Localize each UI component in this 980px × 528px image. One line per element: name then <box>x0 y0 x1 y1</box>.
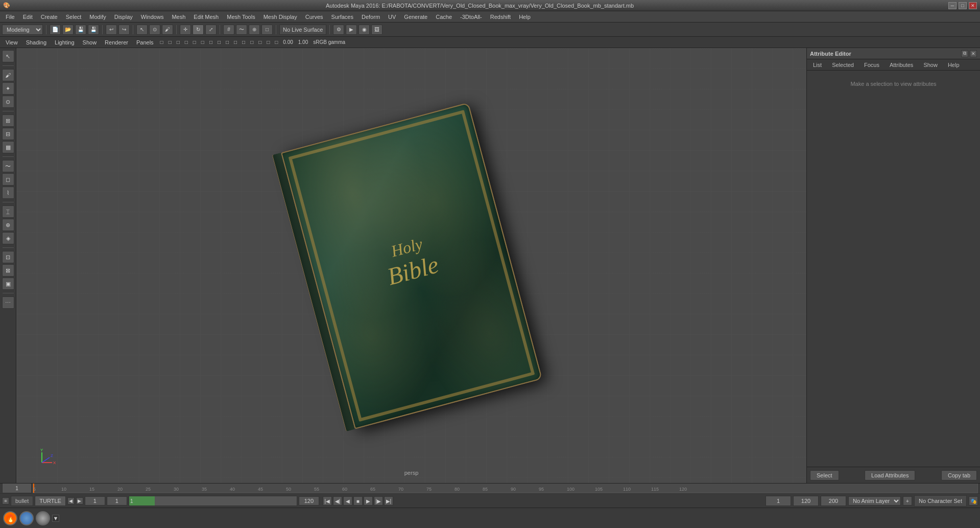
stop-btn[interactable]: ■ <box>353 496 363 506</box>
attr-tab-selected[interactable]: Selected <box>828 61 858 69</box>
menu-item-mesh[interactable]: Mesh <box>168 13 189 21</box>
vp-icon-3[interactable]: □ <box>183 39 190 45</box>
menu-item-surfaces[interactable]: Surfaces <box>328 13 357 21</box>
menu-item-file[interactable]: File <box>2 13 18 21</box>
menu-item-uv[interactable]: UV <box>385 13 399 21</box>
rivet-btn[interactable]: ⊙ <box>2 96 14 108</box>
vp-icon-2[interactable]: □ <box>175 39 182 45</box>
menu-item-generate[interactable]: Generate <box>400 13 431 21</box>
menu-item-select[interactable]: Select <box>62 13 85 21</box>
sculpt-btn[interactable]: ✦ <box>2 82 14 95</box>
mini-timeline[interactable]: 1 <box>129 496 297 506</box>
menu-item--3dtoall-[interactable]: -3DtoAll- <box>457 13 486 21</box>
surfaces-btn[interactable]: ◻ <box>2 173 14 186</box>
play-forward-btn[interactable]: ▶ <box>364 496 373 506</box>
scene-render-btn[interactable] <box>19 511 34 525</box>
undo-button[interactable]: ↩ <box>106 25 117 35</box>
vp-icon-11[interactable]: □ <box>248 39 255 45</box>
viewport-menu-shading[interactable]: Shading <box>22 38 50 47</box>
paint-effects-btn[interactable]: 🖌 <box>2 69 14 81</box>
attribute-editor-controls[interactable]: ⧉ ✕ <box>961 50 977 57</box>
viewport-menu-show[interactable]: Show <box>79 38 101 47</box>
constraint-btn[interactable]: ⌶ <box>2 205 14 218</box>
vp-icon-10[interactable]: □ <box>240 39 247 45</box>
select-button[interactable]: Select <box>810 470 839 480</box>
layout-btn-3[interactable]: ▦ <box>2 141 14 153</box>
menu-item-mesh-display[interactable]: Mesh Display <box>260 13 301 21</box>
menu-item-curves[interactable]: Curves <box>302 13 327 21</box>
tabs-nav-prev[interactable]: ◀ <box>67 497 75 504</box>
vp-icon-16[interactable]: 1.00 <box>296 39 310 45</box>
timeline-track[interactable]: 5 10 15 20 25 30 35 40 45 50 55 60 65 70… <box>33 483 978 493</box>
vp-icon-0[interactable]: □ <box>158 39 165 45</box>
attr-tab-focus[interactable]: Focus <box>860 61 883 69</box>
vp-icon-1[interactable]: □ <box>166 39 174 45</box>
redo-button[interactable]: ↪ <box>118 25 130 35</box>
skin-btn[interactable]: ◈ <box>2 232 14 244</box>
menu-item-cache[interactable]: Cache <box>432 13 456 21</box>
go-to-start-btn[interactable]: |◀ <box>323 496 332 506</box>
vp-icon-9[interactable]: □ <box>232 39 239 45</box>
range-start-input[interactable] <box>85 496 105 506</box>
anim-total-input[interactable] <box>821 496 846 506</box>
render-options-btn[interactable]: ▼ <box>52 515 59 522</box>
vp-icon-4[interactable]: □ <box>191 39 198 45</box>
vp-icon-14[interactable]: □ <box>273 39 280 45</box>
menu-item-display[interactable]: Display <box>111 13 136 21</box>
anim-layer-select[interactable]: No Anim Layer <box>848 496 901 506</box>
vp-icon-13[interactable]: □ <box>265 39 272 45</box>
menu-item-edit[interactable]: Edit <box>19 13 36 21</box>
viewport-menu-lighting[interactable]: Lighting <box>51 38 78 47</box>
menu-item-windows[interactable]: Windows <box>137 13 168 21</box>
layout-btn-1[interactable]: ⊞ <box>2 114 14 127</box>
menu-item-deform[interactable]: Deform <box>358 13 384 21</box>
snap-grid[interactable]: # <box>223 25 234 35</box>
anim-end-input[interactable] <box>793 496 819 506</box>
menu-item-create[interactable]: Create <box>37 13 61 21</box>
close-button[interactable]: ✕ <box>969 2 977 9</box>
current-frame-input[interactable] <box>766 496 791 506</box>
tabs-nav-next[interactable]: ▶ <box>76 497 83 504</box>
vp-icon-12[interactable]: □ <box>256 39 264 45</box>
new-scene-button[interactable]: 📄 <box>50 25 61 35</box>
maximize-button[interactable]: □ <box>959 2 967 9</box>
lasso-tool[interactable]: ⊙ <box>149 25 160 35</box>
layout-btn-2[interactable]: ⊟ <box>2 128 14 140</box>
deform-btn[interactable]: ⌇ <box>2 187 14 199</box>
skeleton-btn[interactable]: ⊕ <box>2 219 14 231</box>
menu-item-help[interactable]: Help <box>515 13 534 21</box>
menu-item-mesh-tools[interactable]: Mesh Tools <box>223 13 258 21</box>
turtle-tab[interactable]: TURTLE <box>35 496 66 506</box>
scale-tool[interactable]: ⤢ <box>205 25 217 35</box>
step-forward-btn[interactable]: |▶ <box>374 496 383 506</box>
misc-btn-1[interactable]: ⊡ <box>2 251 14 263</box>
attr-tab-attributes[interactable]: Attributes <box>886 61 917 69</box>
fire-render-btn[interactable]: 🔥 <box>3 511 17 525</box>
render-view-btn[interactable]: 🖼 <box>371 25 383 35</box>
save-button[interactable]: 💾 <box>75 25 86 35</box>
render-btn[interactable]: ▶ <box>346 25 357 35</box>
menu-item-redshift[interactable]: Redshift <box>487 13 514 21</box>
paint-select-tool[interactable]: 🖌 <box>162 25 173 35</box>
workspace-select[interactable]: Modeling <box>2 25 43 35</box>
window-controls[interactable]: ─ □ ✕ <box>948 2 977 9</box>
rotate-tool[interactable]: ↻ <box>193 25 204 35</box>
range-start-2-input[interactable] <box>107 496 127 506</box>
render-settings-btn[interactable]: ⚙ <box>333 25 344 35</box>
misc-btn-2[interactable]: ⊠ <box>2 264 14 277</box>
material-ball-btn[interactable] <box>36 511 50 525</box>
snap-point[interactable]: ⊕ <box>249 25 260 35</box>
snap-surface[interactable]: □ <box>261 25 273 35</box>
load-attributes-button[interactable]: Load Attributes <box>865 470 915 480</box>
attr-tab-help[interactable]: Help <box>944 61 964 69</box>
more-btn[interactable]: ⋯ <box>2 296 14 309</box>
curves-btn[interactable]: 〜 <box>2 160 14 172</box>
copy-tab-button[interactable]: Copy tab <box>941 470 977 480</box>
bullet-tab[interactable]: bullet <box>11 496 33 506</box>
range-end-input[interactable] <box>299 496 319 506</box>
viewport-menu-view[interactable]: View <box>2 38 21 47</box>
vp-icon-17[interactable]: sRGB gamma <box>311 39 347 45</box>
save-as-button[interactable]: 💾 <box>88 25 99 35</box>
vp-icon-5[interactable]: □ <box>199 39 206 45</box>
vp-icon-6[interactable]: □ <box>207 39 214 45</box>
